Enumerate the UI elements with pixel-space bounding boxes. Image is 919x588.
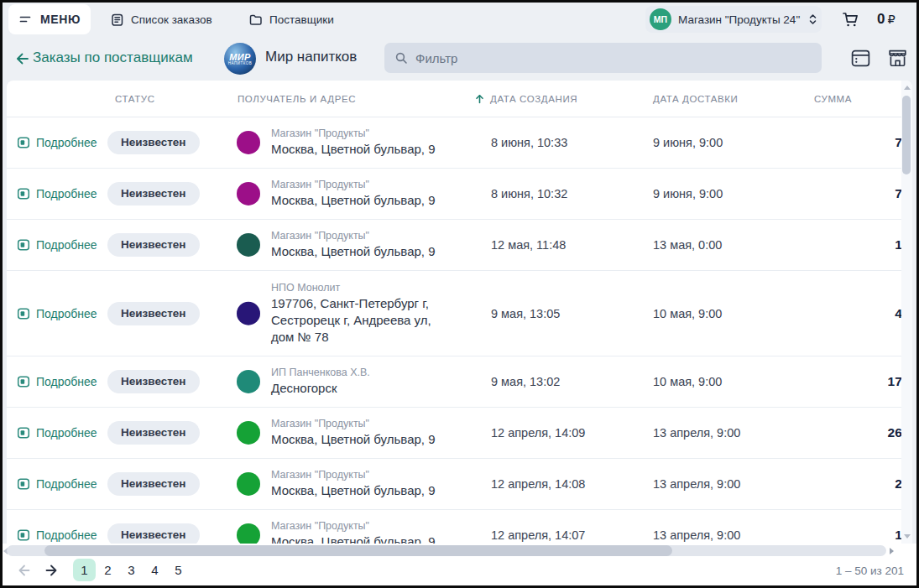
recipient-color-dot <box>237 131 260 154</box>
bottom-zone: 12345 1 – 50 из 201 <box>3 544 916 585</box>
supplier-logo: МИР напитков <box>224 43 256 75</box>
storefront-icon[interactable] <box>886 47 909 70</box>
sum-cell: 70 <box>804 135 902 150</box>
page-button-3[interactable]: 3 <box>120 559 143 581</box>
next-page-arrow-icon[interactable] <box>44 562 60 579</box>
previous-page-arrow-icon[interactable] <box>15 562 32 579</box>
table-header: СТАТУС ПОЛУЧАТЕЛЬ И АДРЕС ДАТА СОЗДАНИЯ … <box>7 81 901 117</box>
page-button-1[interactable]: 1 <box>73 559 96 581</box>
created-date: 9 мая, 13:05 <box>491 307 560 320</box>
status-badge: Неизвестен <box>107 182 200 206</box>
created-date: 12 апреля, 14:08 <box>491 477 585 491</box>
recipient-color-dot <box>237 370 260 393</box>
status-cell: Неизвестен <box>107 523 200 544</box>
menu-icon <box>18 13 32 26</box>
details-link[interactable]: Подробнее <box>17 307 97 320</box>
app-window: МЕНЮ Список заказов Поставщики МП Магази… <box>0 0 919 588</box>
table-row: Подробнее Неизвестен Магазин "Продукты" … <box>7 459 901 510</box>
status-cell: Неизвестен <box>107 233 200 257</box>
details-link[interactable]: Подробнее <box>17 528 97 542</box>
nav-item-suppliers[interactable]: Поставщики <box>248 3 334 36</box>
column-header-sum[interactable]: СУММА <box>814 94 852 104</box>
recipient-address: Москва, Цветной бульвар, 9 <box>271 141 454 158</box>
vertical-scrollbar[interactable] <box>901 81 912 544</box>
status-badge: Неизвестен <box>107 370 200 393</box>
sum-cell: 171 <box>804 374 902 389</box>
column-header-created[interactable]: ДАТА СОЗДАНИЯ <box>490 94 577 104</box>
cart-button[interactable] <box>841 9 861 29</box>
delivery-date: 9 июня, 9:00 <box>653 187 723 200</box>
details-link[interactable]: Подробнее <box>17 136 97 149</box>
status-badge: Неизвестен <box>107 472 200 496</box>
recipient-color-dot <box>237 421 260 445</box>
recipient-name: Магазин "Продукты" <box>271 469 454 481</box>
details-icon <box>17 477 30 491</box>
orders-table: СТАТУС ПОЛУЧАТЕЛЬ И АДРЕС ДАТА СОЗДАНИЯ … <box>7 81 912 544</box>
recipient-address: Десногорск <box>271 380 454 397</box>
search-icon <box>394 51 408 65</box>
scroll-right-icon[interactable] <box>890 548 894 554</box>
vertical-scrollbar-thumb[interactable] <box>902 96 911 174</box>
status-badge: Неизвестен <box>107 131 200 154</box>
currency-symbol: ₽ <box>887 13 895 26</box>
details-icon <box>17 238 30 252</box>
created-date: 12 мая, 11:48 <box>491 238 566 252</box>
scroll-down-icon[interactable] <box>904 534 911 539</box>
details-link[interactable]: Подробнее <box>17 187 97 200</box>
details-icon <box>17 187 30 200</box>
recipient-name: Магазин "Продукты" <box>271 127 454 139</box>
pagination: 12345 1 – 50 из 201 <box>3 555 916 585</box>
store-switcher-label: Магазин "Продукты 24" <box>678 13 800 26</box>
details-link[interactable]: Подробнее <box>17 375 97 388</box>
details-link[interactable]: Подробнее <box>17 238 97 252</box>
sum-cell: 14 <box>804 237 902 252</box>
recipient-name: Магазин "Продукты" <box>271 418 454 429</box>
page-button-2[interactable]: 2 <box>97 559 119 581</box>
details-icon <box>17 375 30 388</box>
document-list-icon <box>110 13 124 27</box>
delivery-date: 9 июня, 9:00 <box>653 136 723 149</box>
status-badge: Неизвестен <box>107 233 200 257</box>
details-link[interactable]: Подробнее <box>17 477 97 491</box>
column-header-status[interactable]: СТАТУС <box>115 94 155 104</box>
card-view-icon[interactable] <box>849 47 872 70</box>
recipient-color-dot <box>237 523 260 544</box>
details-icon <box>17 426 30 440</box>
nav-item-label: Список заказов <box>131 13 212 26</box>
pagination-range: 1 – 50 из 201 <box>836 555 904 585</box>
recipient-cell: Магазин "Продукты" Москва, Цветной бульв… <box>237 418 454 448</box>
sum-value: 267 <box>888 425 902 440</box>
column-header-delivery[interactable]: ДАТА ДОСТАВКИ <box>653 94 738 104</box>
scroll-up-icon[interactable] <box>904 86 911 90</box>
status-cell: Неизвестен <box>107 472 200 496</box>
cart-total: 0 ₽ <box>877 3 896 36</box>
page-title: Заказы по поставщикам <box>33 49 193 66</box>
recipient-name: Магазин "Продукты" <box>271 520 454 532</box>
page-button-4[interactable]: 4 <box>144 559 166 581</box>
details-link[interactable]: Подробнее <box>17 426 97 440</box>
store-switcher[interactable]: МП Магазин "Продукты 24" <box>645 6 822 33</box>
created-date: 12 апреля, 14:07 <box>491 528 585 542</box>
table-row: Подробнее Неизвестен Магазин "Продукты" … <box>7 510 901 544</box>
delivery-date: 13 апреля, 9:00 <box>653 477 740 491</box>
recipient-color-dot <box>237 472 260 496</box>
recipient-cell: НПО Монолит 197706, Санкт-Петербург г, С… <box>237 281 454 346</box>
sum-cell: 10 <box>804 528 902 543</box>
chevron-updown-icon <box>807 13 819 26</box>
column-header-recipient[interactable]: ПОЛУЧАТЕЛЬ И АДРЕС <box>238 94 356 104</box>
nav-item-orders-list[interactable]: Список заказов <box>110 3 212 36</box>
status-cell: Неизвестен <box>107 302 200 325</box>
table-row: Подробнее Неизвестен Магазин "Продукты" … <box>7 169 901 220</box>
back-arrow-icon[interactable] <box>13 50 30 67</box>
table-row: Подробнее Неизвестен Магазин "Продукты" … <box>7 117 901 169</box>
menu-button[interactable]: МЕНЮ <box>8 4 91 34</box>
sort-ascending-icon[interactable] <box>474 93 485 104</box>
details-icon <box>17 307 30 320</box>
top-bar: МЕНЮ Список заказов Поставщики МП Магази… <box>3 3 916 36</box>
recipient-color-dot <box>237 182 260 206</box>
page-button-5[interactable]: 5 <box>167 559 190 581</box>
recipient-name: Магазин "Продукты" <box>271 230 454 242</box>
filter-input[interactable] <box>415 51 812 65</box>
status-badge: Неизвестен <box>107 302 200 325</box>
status-badge: Неизвестен <box>107 421 200 445</box>
